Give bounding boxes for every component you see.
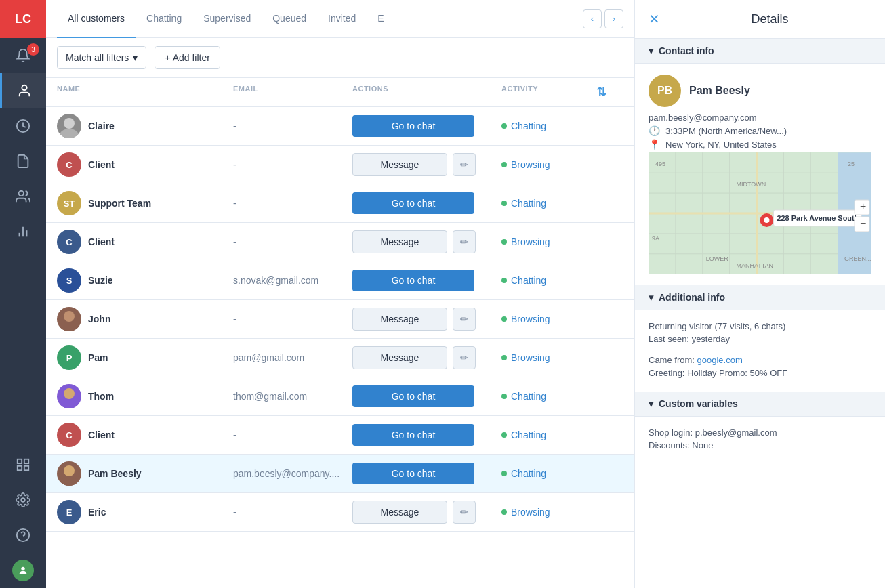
tab-e[interactable]: E — [367, 0, 394, 38]
customer-avatar: ST — [57, 191, 81, 215]
logo-button[interactable]: LC — [0, 0, 46, 38]
table-row[interactable]: C Client - Go to chat Chatting — [46, 416, 634, 455]
sidebar-icon-help[interactable] — [0, 518, 46, 553]
table-row[interactable]: P Pam pam@gmail.com Message ✏ Browsing — [46, 339, 634, 377]
tabs-next-button[interactable]: › — [604, 9, 623, 28]
activity-label: Chatting — [511, 468, 546, 479]
activity-dot — [501, 432, 507, 438]
tab-chatting[interactable]: Chatting — [136, 0, 192, 38]
filter-bar: Match all filters ▾ + Add filter — [46, 38, 634, 78]
message-button[interactable]: Message — [352, 230, 447, 253]
customer-email-cell: - — [233, 198, 352, 209]
table-row[interactable]: ST Support Team - Go to chat Chatting — [46, 184, 634, 223]
contact-info-section-header[interactable]: ▾ Contact info — [635, 39, 885, 64]
customer-avatar: C — [57, 152, 81, 177]
tab-all-customers[interactable]: All customers — [57, 0, 136, 38]
go-to-chat-button[interactable]: Go to chat — [352, 115, 474, 137]
came-from-link[interactable]: google.com — [697, 355, 743, 365]
sort-icon[interactable]: ⇅ — [596, 85, 607, 99]
additional-chevron-icon: ▾ — [649, 292, 653, 303]
customer-activity-cell: Browsing — [501, 236, 596, 247]
svg-text:MANHATTAN: MANHATTAN — [737, 262, 773, 269]
activity-dot — [501, 162, 507, 167]
sidebar-icon-notifications[interactable]: 3 — [0, 38, 46, 73]
came-from-row: Came from: google.com — [649, 355, 871, 365]
last-seen-row: Last seen: yesterday — [649, 334, 871, 344]
sidebar-icon-apps[interactable] — [0, 447, 46, 482]
edit-button[interactable]: ✏ — [453, 153, 476, 176]
customer-avatar: P — [57, 345, 81, 370]
customer-actions-cell: Go to chat — [352, 270, 501, 291]
edit-button[interactable]: ✏ — [453, 308, 476, 331]
svg-text:228 Park Avenue South: 228 Park Avenue South — [777, 214, 859, 222]
shop-login-row: Shop login: p.beesly@gmail.com — [649, 427, 871, 438]
activity-label: Chatting — [511, 429, 546, 440]
sidebar-avatar-container[interactable] — [0, 553, 46, 588]
customer-avatar — [57, 384, 81, 408]
tabs-prev-button[interactable]: ‹ — [583, 9, 602, 28]
table-row[interactable]: Claire - Go to chat Chatting — [46, 107, 634, 146]
go-to-chat-button[interactable]: Go to chat — [352, 270, 474, 291]
svg-text:495: 495 — [655, 161, 665, 167]
additional-info-section-header[interactable]: ▾ Additional info — [635, 285, 885, 310]
table-row[interactable]: S Suzie s.novak@gmail.com Go to chat Cha… — [46, 261, 634, 300]
customer-email-cell: - — [233, 507, 352, 518]
reports-icon — [16, 154, 30, 169]
edit-button[interactable]: ✏ — [453, 346, 476, 369]
sidebar-icon-customers[interactable] — [0, 73, 46, 108]
sidebar-icon-history[interactable] — [0, 108, 46, 144]
sidebar-icon-analytics[interactable] — [0, 214, 46, 249]
activity-label: Browsing — [511, 352, 550, 363]
customer-name: John — [88, 314, 110, 324]
custom-variables-section-header[interactable]: ▾ Custom variables — [635, 392, 885, 417]
table-row[interactable]: C Client - Message ✏ Browsing — [46, 223, 634, 261]
details-panel: ✕ Details ▾ Contact info PB Pam Beesly p… — [634, 0, 885, 588]
customer-email-cell: pam.beesly@company.... — [233, 468, 352, 479]
tab-invited[interactable]: Invited — [317, 0, 367, 38]
go-to-chat-button[interactable]: Go to chat — [352, 192, 474, 214]
customer-email-cell: - — [233, 314, 352, 324]
sidebar-icon-reports[interactable] — [0, 144, 46, 179]
add-filter-label: + Add filter — [165, 52, 210, 63]
svg-text:9A: 9A — [652, 235, 659, 242]
table-row[interactable]: C Client - Message ✏ Browsing — [46, 146, 634, 184]
table-row[interactable]: Pam Beesly pam.beesly@company.... Go to … — [46, 455, 634, 493]
header-sort[interactable]: ⇅ — [596, 85, 623, 100]
customer-name: Suzie — [88, 275, 113, 286]
logo-text: LC — [15, 12, 31, 26]
message-button[interactable]: Message — [352, 346, 447, 369]
customer-email-cell: - — [233, 159, 352, 170]
contact-time-row: 🕐 3:33PM (North America/New...) — [649, 125, 871, 136]
add-filter-button[interactable]: + Add filter — [155, 46, 220, 69]
table-row[interactable]: E Eric - Message ✏ Browsing — [46, 493, 634, 532]
customer-email-cell: - — [233, 236, 352, 247]
go-to-chat-button[interactable]: Go to chat — [352, 463, 474, 484]
message-button[interactable]: Message — [352, 153, 447, 176]
customer-name-cell: John — [57, 307, 233, 331]
contact-avatar: PB — [649, 75, 681, 107]
customer-name-cell: C Client — [57, 152, 233, 177]
edit-button[interactable]: ✏ — [453, 230, 476, 253]
analytics-icon — [16, 224, 30, 239]
sidebar-icon-settings[interactable] — [0, 482, 46, 518]
go-to-chat-button[interactable]: Go to chat — [352, 424, 474, 446]
chevron-down-icon: ▾ — [649, 45, 653, 56]
svg-point-20 — [64, 465, 75, 476]
match-all-filters-dropdown[interactable]: Match all filters ▾ — [57, 46, 146, 69]
tab-queued[interactable]: Queued — [262, 0, 317, 38]
message-button[interactable]: Message — [352, 308, 447, 331]
customer-name-cell: ST Support Team — [57, 191, 233, 215]
sidebar-icon-team[interactable] — [0, 179, 46, 214]
table-row[interactable]: Thom thom@gmail.com Go to chat Chatting — [46, 377, 634, 416]
go-to-chat-button[interactable]: Go to chat — [352, 385, 474, 407]
table-row[interactable]: John - Message ✏ Browsing — [46, 300, 634, 339]
activity-dot — [501, 201, 507, 206]
settings-icon — [16, 492, 30, 507]
contact-info-content: PB Pam Beesly pam.beesly@company.com 🕐 3… — [635, 64, 885, 285]
edit-button[interactable]: ✏ — [453, 501, 476, 524]
tab-supervised[interactable]: Supervised — [192, 0, 262, 38]
message-button[interactable]: Message — [352, 501, 447, 524]
customer-avatar — [57, 461, 81, 486]
details-close-button[interactable]: ✕ — [649, 11, 660, 27]
customers-table: NAME EMAIL ACTIONS ACTIVITY ⇅ Claire - G… — [46, 78, 634, 588]
